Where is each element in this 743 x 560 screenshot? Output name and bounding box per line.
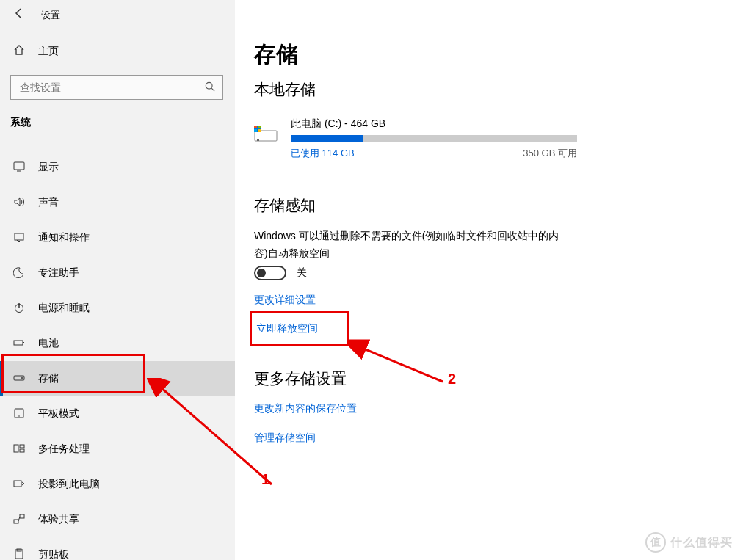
nav-item-project[interactable]: 投影到此电脑: [0, 467, 235, 502]
svg-line-19: [18, 517, 20, 521]
nav-item-label: 电源和睡眠: [38, 302, 90, 315]
svg-line-1: [211, 88, 214, 91]
svg-rect-7: [14, 341, 23, 345]
annotation-arrow-2: [349, 338, 452, 393]
nav-item-label: 投影到此电脑: [38, 478, 100, 491]
multitask-icon: [13, 443, 25, 457]
display-icon: [13, 161, 25, 175]
toggle-label: 关: [297, 266, 307, 280]
sidebar: 设置 主页 系统 显示声音通知和操作专注助手电源和睡眠电池存储平板模式多任务处理…: [0, 0, 235, 560]
nav-item-battery[interactable]: 电池: [0, 326, 235, 361]
storage-bar: [291, 135, 577, 142]
svg-rect-2: [14, 162, 24, 170]
nav-item-label: 通知和操作: [38, 231, 90, 244]
search-input[interactable]: [20, 76, 196, 99]
link-change-settings[interactable]: 更改详细设置: [254, 294, 316, 307]
svg-rect-26: [258, 126, 261, 128]
group-label: 系统: [10, 116, 31, 129]
svg-line-30: [362, 348, 443, 382]
watermark-icon: 值: [645, 532, 666, 553]
storage-bar-fill: [291, 135, 363, 142]
back-button[interactable]: [13, 7, 25, 23]
nav-item-display[interactable]: 显示: [0, 150, 235, 185]
nav-item-label: 剪贴板: [38, 548, 69, 560]
svg-rect-18: [20, 514, 24, 518]
page-title: 存储: [254, 40, 298, 70]
arrow-left-icon: [13, 7, 25, 19]
watermark-text: 什么值得买: [670, 535, 733, 550]
nav-item-share[interactable]: 体验共享: [0, 502, 235, 537]
nav-item-label: 体验共享: [38, 513, 79, 526]
nav-item-label: 专注助手: [38, 266, 79, 280]
drive-free-label: 350 GB 可用: [523, 147, 577, 160]
nav-item-label: 存储: [38, 372, 59, 385]
project-icon: [13, 478, 25, 492]
nav-item-label: 多任务处理: [38, 443, 90, 456]
sense-description: Windows 可以通过删除不需要的文件(例如临时文件和回收站中的内容)自动释放…: [254, 228, 562, 263]
drive-name: 此电脑 (C:) - 464 GB: [291, 117, 577, 131]
tablet-icon: [13, 407, 25, 421]
link-free-space[interactable]: 立即释放空间: [256, 322, 318, 335]
svg-rect-15: [20, 449, 24, 452]
drive-row[interactable]: 此电脑 (C:) - 464 GB 已使用 114 GB 350 GB 可用: [254, 117, 577, 160]
nav-item-label: 电池: [38, 337, 59, 350]
svg-rect-27: [254, 129, 257, 132]
watermark: 值 什么值得买: [645, 532, 733, 553]
nav-item-label: 平板模式: [38, 407, 79, 421]
nav-item-multitask[interactable]: 多任务处理: [0, 432, 235, 467]
search-box[interactable]: [10, 75, 223, 100]
search-icon: [205, 81, 215, 94]
svg-rect-14: [20, 445, 24, 448]
nav-item-power[interactable]: 电源和睡眠: [0, 291, 235, 326]
svg-rect-22: [255, 131, 277, 141]
toggle-knob: [257, 269, 266, 277]
sound-icon: [13, 196, 25, 210]
link-change-location[interactable]: 更改新内容的保存位置: [254, 402, 357, 415]
nav-list: 显示声音通知和操作专注助手电源和睡眠电池存储平板模式多任务处理投影到此电脑体验共…: [0, 150, 235, 560]
home-label: 主页: [38, 45, 59, 58]
drive-info: 此电脑 (C:) - 464 GB 已使用 114 GB 350 GB 可用: [291, 117, 577, 160]
nav-item-focus[interactable]: 专注助手: [0, 255, 235, 291]
nav-item-notify[interactable]: 通知和操作: [0, 220, 235, 255]
svg-point-10: [21, 377, 23, 379]
section-local-title: 本地存储: [254, 79, 316, 100]
svg-rect-8: [23, 342, 24, 343]
svg-rect-4: [15, 233, 23, 240]
svg-rect-13: [14, 445, 18, 452]
share-icon: [13, 513, 25, 527]
toggle-row: 关: [254, 266, 307, 280]
drive-used-label: 已使用 114 GB: [291, 147, 355, 160]
nav-item-sound[interactable]: 声音: [0, 185, 235, 220]
section-more-title: 更多存储设置: [254, 368, 347, 389]
notify-icon: [13, 231, 25, 245]
svg-rect-16: [14, 481, 21, 487]
battery-icon: [13, 337, 25, 351]
svg-rect-28: [258, 129, 261, 132]
power-icon: [13, 302, 25, 316]
annotation-box-2: 立即释放空间: [250, 311, 349, 346]
storage-sense-toggle[interactable]: [254, 266, 286, 280]
nav-item-clipboard[interactable]: 剪贴板: [0, 537, 235, 560]
svg-point-12: [18, 415, 20, 417]
drive-icon: [254, 123, 278, 144]
annotation-number-2: 2: [448, 371, 456, 388]
home-icon: [13, 44, 25, 58]
annotation-number-1: 1: [261, 471, 269, 488]
svg-point-0: [206, 82, 212, 89]
section-sense-title: 存储感知: [254, 195, 316, 216]
svg-rect-23: [257, 139, 259, 141]
home-row[interactable]: 主页: [13, 44, 59, 58]
window-title: 设置: [41, 9, 60, 22]
storage-icon: [13, 372, 25, 386]
clipboard-icon: [13, 548, 25, 561]
nav-item-tablet[interactable]: 平板模式: [0, 396, 235, 432]
svg-rect-25: [254, 126, 257, 128]
nav-item-storage[interactable]: 存储: [0, 361, 235, 396]
svg-rect-17: [14, 520, 18, 523]
nav-item-label: 声音: [38, 196, 59, 209]
nav-item-label: 显示: [38, 161, 59, 174]
focus-icon: [13, 266, 25, 280]
link-manage-storage[interactable]: 管理存储空间: [254, 432, 316, 445]
